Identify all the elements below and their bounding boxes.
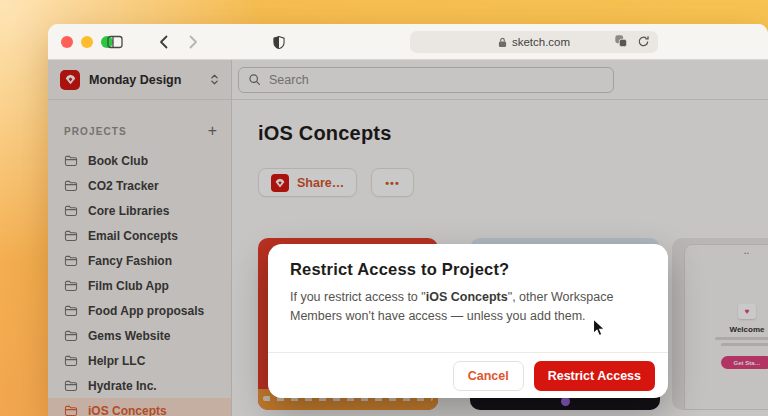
document-thumbnail[interactable]: •• ♥ Welcome Get Sta… xyxy=(672,238,768,410)
translate-icon[interactable] xyxy=(614,34,628,48)
dialog-footer: Cancel Restrict Access xyxy=(268,352,668,398)
folder-icon xyxy=(64,380,78,392)
back-icon[interactable] xyxy=(154,33,172,51)
cancel-button[interactable]: Cancel xyxy=(453,361,524,391)
phone-mockup: •• ♥ Welcome Get Sta… xyxy=(684,244,768,410)
reload-icon[interactable] xyxy=(637,35,650,48)
folder-icon xyxy=(64,405,78,416)
search-field[interactable] xyxy=(238,67,614,93)
share-button[interactable]: Share… xyxy=(258,168,357,197)
browser-window: sketch.com Monday Design xyxy=(48,24,768,416)
folder-icon xyxy=(64,255,78,267)
sketch-logo-icon xyxy=(271,174,289,192)
restrict-access-button[interactable]: Restrict Access xyxy=(534,361,655,391)
browser-toolbar: sketch.com xyxy=(48,24,768,60)
project-label: Fancy Fashion xyxy=(88,254,172,268)
project-label: Gems Website xyxy=(88,329,170,343)
address-bar[interactable]: sketch.com xyxy=(410,31,658,53)
url-text: sketch.com xyxy=(512,36,570,48)
folder-icon xyxy=(64,180,78,192)
dialog-title: Restrict Access to Project? xyxy=(290,260,509,279)
minimize-window-button[interactable] xyxy=(81,36,93,48)
project-label: Hydrate Inc. xyxy=(88,379,157,393)
dialog-body-prefix: If you restrict access to " xyxy=(290,290,426,304)
mouse-cursor xyxy=(592,318,607,342)
workspace-name: Monday Design xyxy=(89,73,201,87)
sidebar-item-project[interactable]: CO2 Tracker xyxy=(48,173,231,198)
text-placeholder-line xyxy=(721,343,768,346)
text-placeholder-line xyxy=(715,337,768,340)
toggle-sidebar-icon[interactable] xyxy=(106,33,124,51)
project-label: Book Club xyxy=(88,154,148,168)
workspace-selector[interactable]: Monday Design xyxy=(48,60,231,100)
sidebar-item-project[interactable]: Email Concepts xyxy=(48,223,231,248)
close-window-button[interactable] xyxy=(61,36,73,48)
more-options-button[interactable]: ••• xyxy=(371,168,414,197)
search-row xyxy=(232,60,768,100)
folder-icon xyxy=(64,230,78,242)
folder-icon xyxy=(64,205,78,217)
desktop-background: sketch.com Monday Design xyxy=(0,0,768,416)
folder-icon xyxy=(64,305,78,317)
restrict-access-dialog: Restrict Access to Project? If you restr… xyxy=(268,244,668,398)
sidebar-item-project[interactable]: Helpr LLC xyxy=(48,348,231,373)
folder-icon xyxy=(64,355,78,367)
purple-dot xyxy=(561,397,570,406)
share-button-label: Share… xyxy=(297,176,344,190)
project-label: Email Concepts xyxy=(88,229,178,243)
project-label: Film Club App xyxy=(88,279,169,293)
project-label: Core Libraries xyxy=(88,204,169,218)
page-title: iOS Concepts xyxy=(258,122,392,145)
sidebar-item-project[interactable]: Gems Website xyxy=(48,323,231,348)
sidebar-item-project[interactable]: Food App proposals xyxy=(48,298,231,323)
projects-section-label: PROJECTS xyxy=(64,126,208,137)
search-icon xyxy=(248,73,261,86)
project-label: iOS Concepts xyxy=(88,404,167,416)
project-label: Food App proposals xyxy=(88,304,204,318)
sidebar-item-project[interactable]: Hydrate Inc. xyxy=(48,373,231,398)
project-label: Helpr LLC xyxy=(88,354,145,368)
welcome-title: Welcome xyxy=(730,325,765,334)
ellipsis-icon: ••• xyxy=(385,177,400,189)
add-project-button[interactable]: + xyxy=(208,124,217,138)
folder-icon xyxy=(64,280,78,292)
folder-icon xyxy=(64,330,78,342)
heart-icon: ♥ xyxy=(738,304,756,319)
lock-icon xyxy=(498,37,507,48)
sidebar-item-project[interactable]: Book Club xyxy=(48,148,231,173)
sidebar-item-project[interactable]: Film Club App xyxy=(48,273,231,298)
forward-icon[interactable] xyxy=(184,33,202,51)
projects-list: Book Club CO2 Tracker Core Libraries xyxy=(48,148,231,416)
get-started-button: Get Sta… xyxy=(721,356,768,369)
sidebar: Monday Design PROJECTS + Boo xyxy=(48,60,232,416)
project-label: CO2 Tracker xyxy=(88,179,159,193)
sidebar-item-project[interactable]: Fancy Fashion xyxy=(48,248,231,273)
sidebar-item-project[interactable]: Core Libraries xyxy=(48,198,231,223)
sidebar-item-project[interactable]: iOS Concepts xyxy=(48,398,231,416)
search-input[interactable] xyxy=(269,73,604,87)
folder-icon xyxy=(64,155,78,167)
privacy-shield-icon[interactable] xyxy=(270,33,288,51)
sketch-logo-icon xyxy=(60,70,80,90)
chevron-updown-icon xyxy=(210,73,219,86)
dialog-project-name: iOS Concepts xyxy=(426,290,508,304)
status-dots: •• xyxy=(744,250,750,256)
